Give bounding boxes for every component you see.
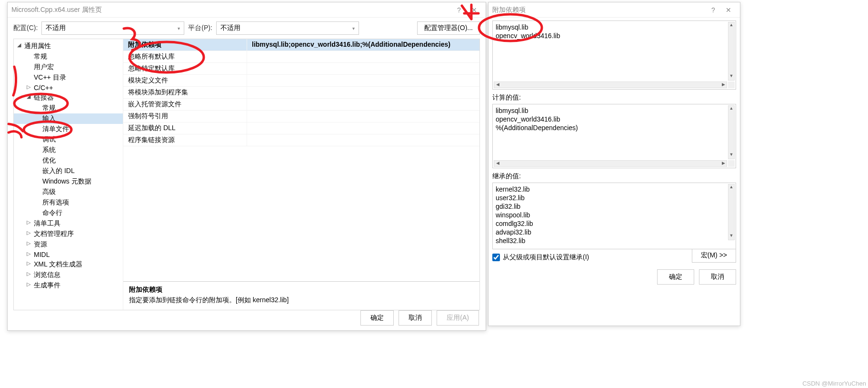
- scrollbar-horizontal[interactable]: ◀▶: [494, 82, 727, 88]
- tree-node-label: 所有选项: [42, 198, 69, 206]
- tree-node[interactable]: ▷MIDL: [14, 250, 123, 259]
- scrollbar-vertical[interactable]: ▲▼: [728, 22, 735, 81]
- expand-icon[interactable]: ▷: [25, 219, 32, 225]
- collapse-icon[interactable]: ◢: [25, 93, 32, 100]
- tree-node-label: XML 文档生成器: [34, 260, 82, 268]
- expand-icon[interactable]: ▷: [25, 251, 32, 257]
- property-row[interactable]: 嵌入托管资源文件: [123, 99, 479, 111]
- list-item: libmysql.lib: [496, 106, 726, 115]
- macro-button[interactable]: 宏(M) >>: [692, 248, 736, 263]
- property-row[interactable]: 将模块添加到程序集: [123, 87, 479, 99]
- tree-node[interactable]: 调试: [14, 134, 123, 145]
- property-grid[interactable]: 附加依赖项libmysql.lib;opencv_world3416.lib;%…: [123, 39, 479, 281]
- list-item: opencv_world3416.lib: [496, 31, 726, 40]
- expand-icon[interactable]: ▷: [25, 230, 32, 236]
- close-icon[interactable]: ✕: [721, 2, 736, 18]
- tree-node[interactable]: 输入: [14, 113, 123, 124]
- tree-node-label: 通用属性: [24, 42, 51, 50]
- main-titlebar: Microsoft.Cpp.x64.user 属性页 ? ✕: [8, 2, 486, 18]
- deps-cancel-button[interactable]: 取消: [699, 269, 736, 285]
- property-name: 程序集链接资源: [123, 134, 247, 146]
- ok-button[interactable]: 确定: [360, 310, 394, 326]
- desc-title: 附加依赖项: [129, 286, 474, 294]
- tree-node[interactable]: ◢通用属性: [14, 41, 123, 51]
- tree-node-label: 清单工具: [34, 219, 60, 227]
- tree-node[interactable]: Windows 元数据: [14, 176, 123, 187]
- help-icon[interactable]: ?: [451, 2, 467, 18]
- property-row[interactable]: 强制符号引用: [123, 111, 479, 123]
- tree-node[interactable]: ◢链接器: [14, 92, 123, 103]
- tree-node[interactable]: 清单文件: [14, 124, 123, 134]
- expand-icon[interactable]: ▷: [25, 271, 32, 277]
- tree-node[interactable]: VC++ 目录: [14, 72, 123, 83]
- category-tree[interactable]: ◢通用属性常规用户宏VC++ 目录▷C/C++◢链接器常规输入清单文件调试系统优…: [14, 39, 123, 310]
- tree-node-label: 输入: [42, 114, 56, 122]
- property-value[interactable]: [247, 99, 479, 110]
- tree-node-label: 浏览信息: [34, 271, 60, 278]
- tree-node[interactable]: ▷XML 文档生成器: [14, 259, 123, 270]
- property-row[interactable]: 延迟加载的 DLL: [123, 123, 479, 134]
- inherited-values-box: kernel32.libuser32.libgdi32.libwinspool.…: [492, 183, 736, 249]
- expand-icon[interactable]: ▷: [25, 84, 32, 90]
- close-icon[interactable]: ✕: [467, 2, 482, 18]
- tree-node[interactable]: 命令行: [14, 208, 123, 218]
- desc-text: 指定要添加到链接命令行的附加项。[例如 kernel32.lib]: [129, 296, 474, 305]
- config-select[interactable]: 不适用 ▾: [41, 21, 184, 35]
- tree-node[interactable]: ▷C/C++: [14, 83, 123, 92]
- tree-node[interactable]: ▷清单工具: [14, 218, 123, 229]
- apply-button[interactable]: 应用(A): [437, 310, 479, 326]
- property-value[interactable]: [247, 75, 479, 86]
- property-row[interactable]: 忽略特定默认库: [123, 63, 479, 75]
- tree-node-label: 资源: [34, 240, 47, 248]
- property-name: 模块定义文件: [123, 75, 247, 86]
- scrollbar-vertical[interactable]: ▲▼: [728, 105, 735, 159]
- tree-node[interactable]: 高级: [14, 187, 123, 197]
- deps-ok-button[interactable]: 确定: [657, 269, 694, 285]
- tree-node[interactable]: 常规: [14, 103, 123, 113]
- entered-values-box[interactable]: libmysql.libopencv_world3416.lib ▲▼ ◀▶: [492, 20, 736, 90]
- platform-select[interactable]: 不适用 ▾: [216, 21, 359, 35]
- property-value[interactable]: [247, 123, 479, 134]
- tree-node-label: 调试: [42, 135, 56, 143]
- property-row[interactable]: 程序集链接资源: [123, 134, 479, 146]
- expand-icon[interactable]: ▷: [25, 281, 32, 287]
- tree-node-label: Windows 元数据: [42, 177, 91, 185]
- tree-node[interactable]: ▷生成事件: [14, 280, 123, 291]
- property-value[interactable]: [247, 51, 479, 62]
- tree-node[interactable]: 所有选项: [14, 197, 123, 208]
- property-value[interactable]: [247, 87, 479, 98]
- tree-node[interactable]: 嵌入的 IDL: [14, 166, 123, 176]
- expand-icon[interactable]: ▷: [25, 260, 32, 266]
- property-value[interactable]: [247, 63, 479, 74]
- additional-dependencies-dialog: 附加依赖项 ? ✕ libmysql.libopencv_world3416.l…: [488, 2, 740, 326]
- tree-node[interactable]: 优化: [14, 155, 123, 166]
- list-item: gdi32.lib: [496, 202, 726, 211]
- property-value[interactable]: [247, 111, 479, 122]
- config-label: 配置(C):: [13, 24, 38, 32]
- property-value[interactable]: [247, 134, 479, 146]
- property-name: 忽略特定默认库: [123, 63, 247, 74]
- list-item: kernel32.lib: [496, 185, 726, 194]
- platform-label: 平台(P):: [188, 24, 212, 32]
- tree-node[interactable]: 系统: [14, 145, 123, 155]
- tree-node[interactable]: 用户宏: [14, 62, 123, 72]
- config-manager-button[interactable]: 配置管理器(O)...: [417, 21, 480, 35]
- tree-node[interactable]: ▷浏览信息: [14, 270, 123, 280]
- tree-node[interactable]: ▷资源: [14, 239, 123, 250]
- help-icon[interactable]: ?: [706, 2, 721, 18]
- scrollbar-vertical[interactable]: ▲▼: [728, 184, 735, 240]
- expand-icon[interactable]: ▷: [25, 240, 32, 246]
- chevron-down-icon: ▾: [352, 26, 355, 31]
- tree-node[interactable]: ▷文档管理程序: [14, 229, 123, 239]
- collapse-icon[interactable]: ◢: [16, 42, 22, 48]
- scrollbar-horizontal[interactable]: ◀▶: [494, 160, 727, 167]
- property-row[interactable]: 模块定义文件: [123, 75, 479, 87]
- property-row[interactable]: 附加依赖项libmysql.lib;opencv_world3416.lib;%…: [123, 39, 479, 51]
- property-name: 将模块添加到程序集: [123, 87, 247, 98]
- cancel-button[interactable]: 取消: [399, 310, 432, 326]
- tree-node-label: 常规: [42, 104, 56, 112]
- property-value[interactable]: libmysql.lib;opencv_world3416.lib;%(Addi…: [247, 39, 479, 51]
- property-row[interactable]: 忽略所有默认库: [123, 51, 479, 63]
- chevron-down-icon: ▾: [178, 26, 180, 31]
- tree-node[interactable]: 常规: [14, 51, 123, 62]
